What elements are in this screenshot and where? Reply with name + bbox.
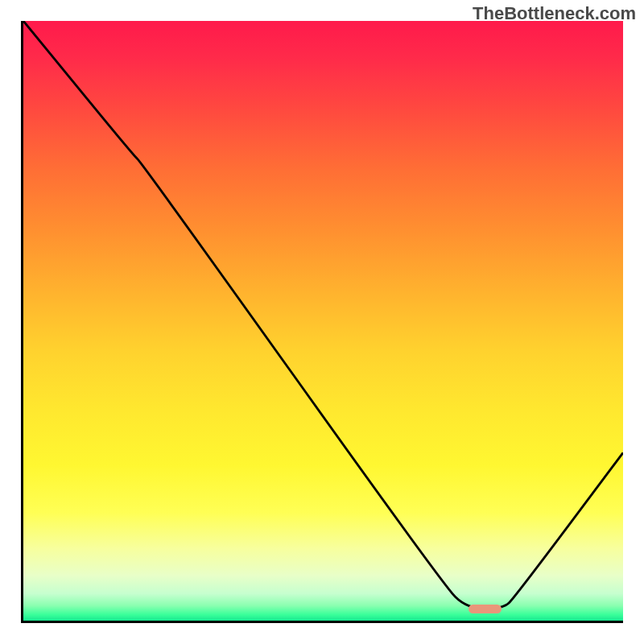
chart-container: TheBottleneck.com xyxy=(0,0,644,644)
plot-area xyxy=(21,21,623,623)
optimal-range-marker xyxy=(469,605,502,613)
gradient-background xyxy=(23,21,623,621)
chart-svg xyxy=(23,21,623,621)
watermark-text: TheBottleneck.com xyxy=(473,3,636,24)
